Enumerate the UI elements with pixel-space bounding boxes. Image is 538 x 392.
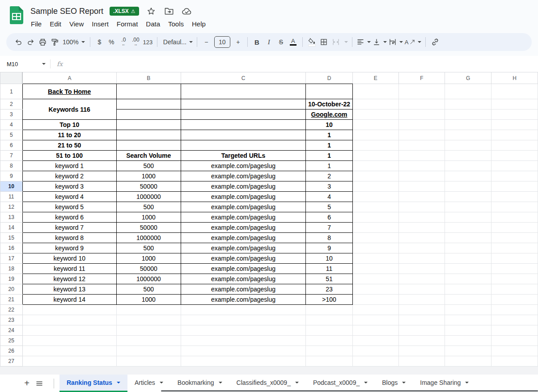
empty-cell[interactable]	[352, 192, 398, 202]
empty-cell[interactable]	[445, 243, 491, 253]
row-header[interactable]: 22	[0, 305, 23, 315]
rank-cell[interactable]: 10	[306, 253, 353, 264]
empty-cell[interactable]	[398, 192, 445, 202]
empty-cell[interactable]	[491, 346, 538, 356]
rank-cell[interactable]: 6	[306, 212, 353, 223]
empty-cell[interactable]	[116, 325, 181, 336]
rank-cell[interactable]: 23	[306, 284, 353, 295]
sheet-tab-blogs[interactable]: Blogs	[375, 375, 413, 392]
rank-cell[interactable]: 3	[306, 181, 353, 192]
empty-cell[interactable]	[445, 130, 491, 140]
add-sheet-button[interactable]: +	[21, 375, 33, 392]
empty-cell[interactable]	[116, 84, 181, 99]
search-engine-cell[interactable]: Google.com	[306, 110, 353, 120]
column-header-g[interactable]: G	[445, 72, 491, 84]
empty-cell[interactable]	[491, 84, 538, 99]
empty-cell[interactable]	[306, 336, 353, 346]
empty-cell[interactable]	[491, 181, 538, 192]
empty-cell[interactable]	[116, 130, 181, 140]
empty-cell[interactable]	[352, 223, 398, 233]
empty-cell[interactable]	[491, 161, 538, 171]
empty-cell[interactable]	[491, 223, 538, 233]
empty-cell[interactable]	[445, 325, 491, 336]
keyword-cell[interactable]: keyword 13	[22, 284, 116, 295]
empty-cell[interactable]	[116, 336, 181, 346]
text-wrapping-button[interactable]	[388, 36, 404, 48]
empty-cell[interactable]	[491, 284, 538, 295]
empty-cell[interactable]	[398, 151, 445, 161]
empty-cell[interactable]	[491, 264, 538, 274]
sheet-tab-bookmarking[interactable]: Bookmarking	[170, 375, 229, 392]
rank-cell[interactable]: 7	[306, 223, 353, 233]
empty-cell[interactable]	[22, 356, 116, 367]
search-volume-cell[interactable]: 1000	[116, 212, 181, 223]
empty-cell[interactable]	[352, 202, 398, 212]
empty-cell[interactable]	[398, 284, 445, 295]
search-volume-cell[interactable]: 50000	[116, 264, 181, 274]
empty-cell[interactable]	[398, 253, 445, 264]
empty-cell[interactable]	[22, 325, 116, 336]
empty-cell[interactable]	[398, 346, 445, 356]
rank-cell[interactable]: 4	[306, 192, 353, 202]
empty-cell[interactable]	[352, 151, 398, 161]
report-date-cell[interactable]: 10-October-22	[306, 99, 353, 110]
targeted-url-cell[interactable]: example.com/pageslug	[181, 284, 305, 295]
borders-button[interactable]	[318, 36, 330, 48]
column-header-c[interactable]: C	[181, 72, 305, 84]
empty-cell[interactable]	[398, 325, 445, 336]
row-header[interactable]: 10	[0, 181, 23, 192]
menu-view[interactable]: View	[65, 19, 88, 29]
empty-cell[interactable]	[352, 84, 398, 99]
search-volume-cell[interactable]: 1000	[116, 295, 181, 305]
document-title[interactable]: Sample SEO Report	[30, 7, 103, 16]
tab-menu-icon[interactable]	[160, 382, 163, 384]
empty-cell[interactable]	[491, 243, 538, 253]
empty-cell[interactable]	[491, 325, 538, 336]
search-volume-cell[interactable]: 1000000	[116, 233, 181, 243]
zoom-control[interactable]: 100%	[61, 36, 87, 48]
empty-cell[interactable]	[445, 315, 491, 325]
empty-cell[interactable]	[352, 274, 398, 284]
empty-cell[interactable]	[352, 181, 398, 192]
row-header[interactable]: 26	[0, 346, 23, 356]
empty-cell[interactable]	[445, 346, 491, 356]
more-formats-button[interactable]: 123	[142, 36, 154, 48]
vertical-align-button[interactable]	[372, 36, 388, 48]
empty-cell[interactable]	[116, 99, 181, 110]
empty-cell[interactable]	[491, 315, 538, 325]
empty-cell[interactable]	[445, 253, 491, 264]
empty-cell[interactable]	[445, 336, 491, 346]
empty-cell[interactable]	[398, 274, 445, 284]
empty-cell[interactable]	[445, 84, 491, 99]
empty-cell[interactable]	[398, 161, 445, 171]
empty-cell[interactable]	[352, 284, 398, 295]
empty-cell[interactable]	[398, 84, 445, 99]
row-header[interactable]: 1	[0, 84, 23, 99]
row-header[interactable]: 14	[0, 223, 23, 233]
range-21-50-label-cell[interactable]: 21 to 50	[22, 140, 116, 151]
empty-cell[interactable]	[491, 295, 538, 305]
select-all-corner[interactable]	[0, 72, 23, 84]
column-header-e[interactable]: E	[352, 72, 398, 84]
empty-cell[interactable]	[181, 315, 305, 325]
empty-cell[interactable]	[181, 99, 305, 110]
keyword-cell[interactable]: keyword 2	[22, 171, 116, 181]
empty-cell[interactable]	[491, 99, 538, 110]
empty-cell[interactable]	[445, 223, 491, 233]
empty-cell[interactable]	[306, 84, 353, 99]
increase-decimals-button[interactable]: .00→	[130, 36, 142, 48]
empty-cell[interactable]	[22, 305, 116, 315]
empty-cell[interactable]	[352, 346, 398, 356]
search-volume-cell[interactable]: 1000	[116, 171, 181, 181]
targeted-url-cell[interactable]: example.com/pageslug	[181, 295, 305, 305]
tab-menu-icon[interactable]	[295, 382, 299, 384]
empty-cell[interactable]	[352, 253, 398, 264]
row-header[interactable]: 24	[0, 325, 23, 336]
empty-cell[interactable]	[445, 284, 491, 295]
empty-cell[interactable]	[491, 140, 538, 151]
keywords-count-cell[interactable]: Keywords 116	[22, 99, 116, 120]
empty-cell[interactable]	[445, 356, 491, 367]
empty-cell[interactable]	[491, 171, 538, 181]
menu-tools[interactable]: Tools	[164, 19, 188, 29]
empty-cell[interactable]	[445, 305, 491, 315]
